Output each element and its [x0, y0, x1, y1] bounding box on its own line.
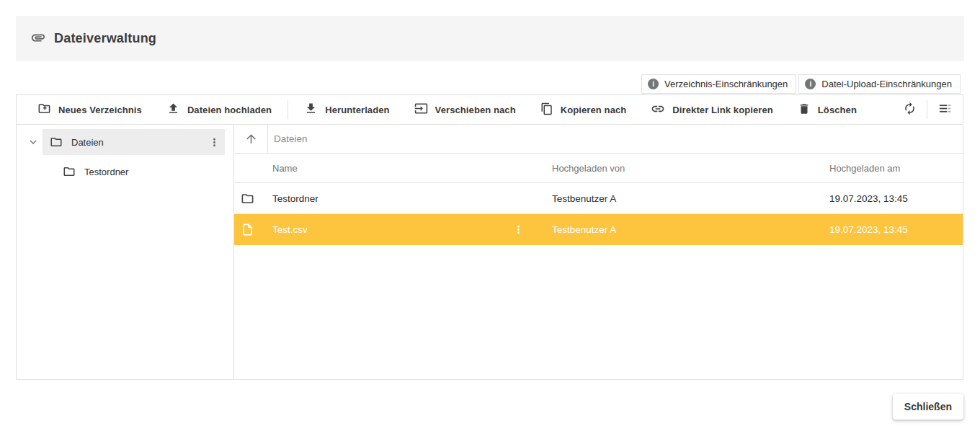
button-label: Neues Verzeichnis [58, 105, 142, 115]
file-upload-restrictions-label: Datei-Upload-Einschränkungen [821, 79, 952, 89]
copy-direct-link-button[interactable]: Direkter Link kopieren [638, 97, 785, 123]
download-button[interactable]: Herunterladen [292, 97, 401, 123]
copy-to-button[interactable]: Kopieren nach [528, 97, 639, 123]
button-label: Direkter Link kopieren [672, 105, 772, 115]
folder-tree: Dateien Testordner [17, 125, 234, 379]
directory-restrictions-label: Verzeichnis-Einschränkungen [664, 79, 788, 89]
refresh-icon [903, 102, 917, 118]
panel-body: Dateien Testordner Dateien [17, 125, 963, 379]
breadcrumb: Dateien [274, 133, 308, 144]
navigate-up-button[interactable] [234, 132, 267, 146]
copy-icon [540, 102, 553, 118]
page-title: Dateiverwaltung [54, 31, 156, 46]
column-header-uploaded-at[interactable]: Hochgeladen am [829, 163, 963, 174]
toolbar-divider [927, 100, 927, 119]
tree-item-label: Dateien [71, 137, 200, 148]
new-directory-button[interactable]: Neues Verzeichnis [25, 97, 154, 123]
table-header-row: Name Hochgeladen von Hochgeladen am [234, 154, 963, 183]
button-label: Dateien hochladen [187, 105, 272, 115]
upload-icon [166, 102, 180, 118]
file-manager-panel: Neues Verzeichnis Dateien hochladen Heru… [16, 94, 963, 380]
close-button[interactable]: Schließen [893, 394, 963, 420]
dialog-header: Dateiverwaltung [16, 16, 964, 61]
chevron-down-icon[interactable] [24, 136, 43, 149]
file-list-pane: Dateien Name Hochgeladen von Hochgeladen… [234, 125, 963, 379]
tree-node-selected[interactable]: Dateien [43, 129, 225, 155]
uploaded-at: 19.07.2023, 13:45 [829, 193, 963, 204]
column-header-name[interactable]: Name [258, 163, 552, 174]
move-icon [414, 102, 428, 118]
file-manager-dialog: Dateiverwaltung i Verzeichnis-Einschränk… [0, 0, 980, 429]
download-icon [304, 102, 318, 118]
restriction-chips: i Verzeichnis-Einschränkungen i Datei-Up… [641, 74, 961, 94]
refresh-button[interactable] [896, 97, 923, 123]
toolbar-divider [288, 100, 288, 119]
move-to-button[interactable]: Verschieben nach [402, 97, 528, 123]
table-row-testcsv-selected[interactable]: Test.csv Testbenutzer A 19.07.2023, 13:4… [234, 214, 963, 245]
trash-icon [798, 102, 811, 118]
table-row-testordner[interactable]: Testordner Testbenutzer A 19.07.2023, 13… [234, 183, 963, 214]
row-menu-button[interactable] [512, 224, 525, 236]
file-name: Testordner [258, 193, 552, 204]
button-label: Löschen [818, 105, 857, 115]
folder-icon [50, 136, 63, 149]
file-name-cell: Test.csv [258, 224, 552, 236]
upload-files-button[interactable]: Dateien hochladen [154, 97, 284, 123]
button-label: Herunterladen [325, 105, 389, 115]
column-header-uploaded-by[interactable]: Hochgeladen von [552, 163, 829, 174]
file-name: Test.csv [272, 224, 308, 235]
button-label: Verschieben nach [435, 105, 516, 115]
file-upload-restrictions-chip[interactable]: i Datei-Upload-Einschränkungen [798, 74, 961, 94]
toolbar: Neues Verzeichnis Dateien hochladen Heru… [17, 95, 963, 125]
tree-item-menu-button[interactable] [208, 136, 220, 149]
uploaded-by: Testbenutzer A [552, 193, 829, 204]
info-icon: i [805, 79, 816, 89]
folder-icon [63, 165, 76, 178]
tree-item-dateien[interactable]: Dateien [17, 129, 233, 155]
view-options-icon [938, 102, 952, 118]
file-icon [241, 223, 258, 236]
directory-restrictions-chip[interactable]: i Verzeichnis-Einschränkungen [641, 74, 796, 94]
tree-item-testordner[interactable]: Testordner [17, 159, 233, 185]
link-icon [651, 102, 665, 118]
uploaded-by: Testbenutzer A [552, 224, 829, 235]
folder-icon [241, 192, 258, 205]
delete-button[interactable]: Löschen [785, 97, 869, 123]
new-folder-icon [37, 102, 51, 118]
button-label: Kopieren nach [561, 105, 627, 115]
breadcrumb-divider [267, 125, 268, 154]
uploaded-at: 19.07.2023, 13:45 [829, 224, 963, 235]
info-icon: i [648, 79, 659, 89]
breadcrumb-bar: Dateien [234, 125, 963, 154]
tree-item-label: Testordner [84, 167, 128, 177]
attachment-icon [30, 30, 46, 48]
view-options-button[interactable] [931, 97, 958, 123]
